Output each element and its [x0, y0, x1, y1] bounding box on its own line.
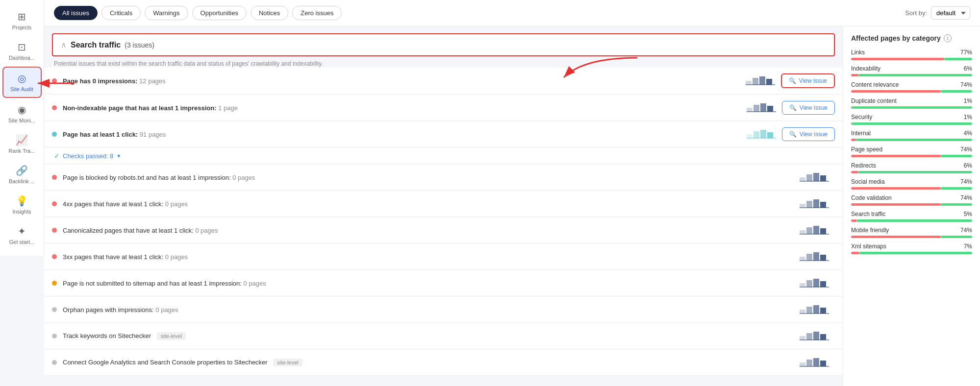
search-icon: 🔍: [789, 77, 796, 84]
bar-track-8: [851, 187, 972, 190]
bar-red-5: [851, 139, 856, 141]
checks-passed-label: Checks passed: 8: [63, 152, 113, 160]
svg-rect-14: [760, 130, 766, 138]
category-pct-3: 1%: [964, 97, 972, 104]
checks-passed[interactable]: ✓ Checks passed: 8 ▼: [44, 148, 843, 164]
sidebar-item-projects[interactable]: ⊞ Projects: [2, 6, 42, 35]
collapse-icon[interactable]: ∧: [61, 40, 67, 49]
mini-chart-passed-3: [800, 250, 829, 264]
bar-red-8: [851, 187, 941, 190]
sort-area: Sort by: default: [905, 6, 970, 20]
checks-passed-expand[interactable]: ▼: [116, 153, 121, 159]
svg-rect-53: [806, 360, 812, 366]
rank-tra-icon: 📈: [16, 134, 28, 146]
sidebar-item-rank-tra[interactable]: 📈 Rank Tra...: [2, 129, 42, 159]
sidebar-item-backlink[interactable]: 🔗 Backlink ...: [2, 160, 42, 189]
svg-rect-32: [800, 257, 805, 261]
view-issue-btn-non-indexable[interactable]: 🔍 View issue: [782, 101, 835, 115]
filter-btn-warnings[interactable]: Warnings: [145, 6, 188, 20]
category-pct-0: 77%: [960, 49, 972, 56]
category-row-indexability: Indexability 6%: [851, 65, 972, 76]
category-name-8: Social media: [851, 178, 885, 185]
bar-green-8: [941, 187, 972, 190]
svg-rect-34: [813, 252, 819, 261]
view-issue-label: View issue: [800, 131, 828, 138]
issues-panel: ∧ Search traffic (3 issues) Potential is…: [44, 26, 843, 386]
sidebar-item-label-backlink: Backlink ...: [9, 178, 35, 184]
svg-rect-30: [820, 228, 826, 234]
bar-red-11: [851, 236, 941, 238]
filter-btn-all-issues[interactable]: All issues: [54, 6, 98, 20]
right-panel-title: Affected pages by category i: [851, 34, 972, 42]
bar-red-1: [851, 74, 858, 76]
sort-label: Sort by:: [905, 9, 927, 17]
bar-track-11: [851, 236, 972, 238]
filter-btn-notices[interactable]: Notices: [251, 6, 288, 20]
passed-dot-0: [52, 175, 57, 180]
passed-dot-5: [52, 307, 57, 312]
content-area: ∧ Search traffic (3 issues) Potential is…: [44, 26, 980, 386]
svg-rect-28: [806, 227, 812, 234]
category-row-duplicate-content: Duplicate content 1%: [851, 97, 972, 109]
sidebar-item-site-audit[interactable]: ◎ Site Audit: [2, 67, 42, 98]
info-icon[interactable]: i: [944, 34, 952, 42]
category-name-2: Content relevance: [851, 81, 899, 88]
passed-text-2: Canonicalized pages that have at least 1…: [63, 227, 794, 234]
bar-track-7: [851, 171, 972, 173]
view-issue-btn-at-least-1-click[interactable]: 🔍 View issue: [782, 127, 835, 141]
filter-btn-zero-issues[interactable]: Zero issues: [292, 6, 342, 20]
bar-red-7: [851, 171, 858, 173]
passed-dot-3: [52, 254, 57, 259]
mini-chart-passed-5: [800, 303, 829, 316]
sidebar-item-get-start[interactable]: ✦ Get start...: [2, 220, 42, 250]
main-content: All issuesCriticalsWarningsOpportunities…: [44, 0, 980, 386]
category-name-0: Links: [851, 49, 865, 56]
svg-rect-25: [820, 202, 826, 208]
passed-text-3: 3xx pages that have at least 1 click: 0 …: [63, 253, 794, 261]
svg-rect-2: [746, 81, 752, 85]
svg-rect-12: [747, 134, 753, 138]
section-count: (3 issues): [125, 41, 154, 49]
svg-rect-33: [806, 254, 812, 261]
svg-rect-44: [813, 305, 819, 314]
category-pct-11: 74%: [960, 227, 972, 234]
category-row-content-relevance: Content relevance 74%: [851, 81, 972, 93]
passed-issue-row-2: Canonicalized pages that have at least 1…: [44, 217, 843, 243]
category-row-security: Security 1%: [851, 114, 972, 125]
mini-chart-passed-1: [800, 197, 829, 211]
passed-text-0: Page is blocked by robots.txt and has at…: [63, 174, 794, 181]
sidebar-item-insights[interactable]: 💡 Insights: [2, 190, 42, 219]
bar-red-0: [851, 58, 944, 60]
mini-chart-passed-4: [800, 276, 829, 290]
filter-btn-opportunities[interactable]: Opportunities: [192, 6, 247, 20]
sidebar-item-label-site-audit: Site Audit: [10, 86, 33, 92]
sidebar-item-dashboard[interactable]: ⊡ Dashboa...: [2, 36, 42, 66]
filter-buttons: All issuesCriticalsWarningsOpportunities…: [54, 6, 342, 20]
category-row-code-validation: Code validation 74%: [851, 194, 972, 206]
passed-text-1: 4xx pages that have at least 1 click: 0 …: [63, 200, 794, 208]
sort-select[interactable]: default: [931, 6, 970, 20]
filter-btn-criticals[interactable]: Criticals: [101, 6, 141, 20]
bar-green-0: [944, 58, 972, 60]
passed-dot-1: [52, 201, 57, 206]
issue-dot-impressions: [52, 78, 57, 83]
passed-dot-2: [52, 228, 57, 233]
category-row-xml-sitemaps: Xml sitemaps 7%: [851, 243, 972, 254]
site-level-badge: site-level: [273, 359, 302, 366]
passed-issue-row-4: Page is not submitted to sitemap and has…: [44, 270, 843, 296]
backlink-icon: 🔗: [16, 165, 28, 176]
passed-issue-row-3: 3xx pages that have at least 1 click: 0 …: [44, 244, 843, 270]
view-issue-btn-impressions[interactable]: 🔍 View issue: [781, 73, 835, 88]
category-pct-2: 74%: [960, 81, 972, 88]
svg-rect-20: [820, 175, 826, 181]
bar-green-10: [857, 219, 972, 222]
passed-dot-6: [52, 334, 57, 338]
sidebar-item-site-moni[interactable]: ◉ Site Moni...: [2, 99, 42, 128]
svg-rect-4: [759, 76, 765, 85]
projects-icon: ⊞: [18, 11, 26, 23]
sidebar: ⊞ Projects ⊡ Dashboa... ◎ Site Audit ◉ S…: [0, 0, 44, 256]
category-name-11: Mobile friendly: [851, 227, 889, 234]
passed-issue-row-0: Page is blocked by robots.txt and has at…: [44, 165, 843, 191]
bar-red-12: [851, 252, 859, 254]
svg-rect-38: [806, 280, 812, 287]
